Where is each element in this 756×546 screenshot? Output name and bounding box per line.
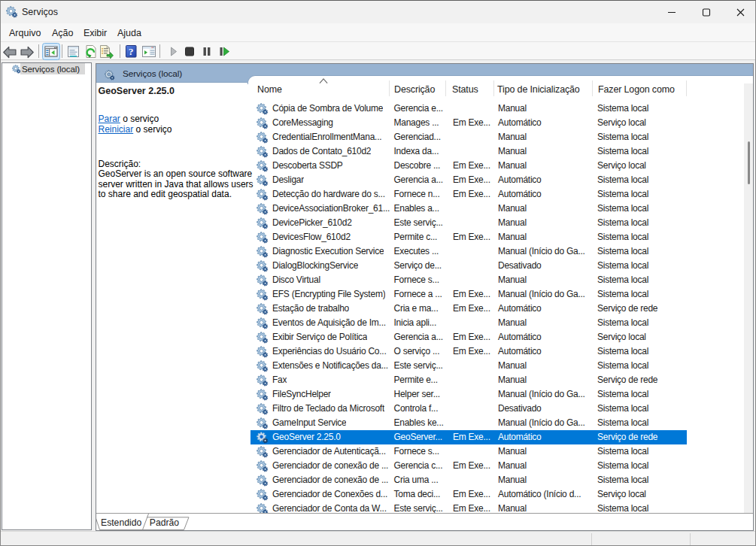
svg-text:?: ? [129,46,134,57]
svg-text:Padrão: Padrão [150,517,180,528]
svg-text:Estendido: Estendido [101,517,141,528]
